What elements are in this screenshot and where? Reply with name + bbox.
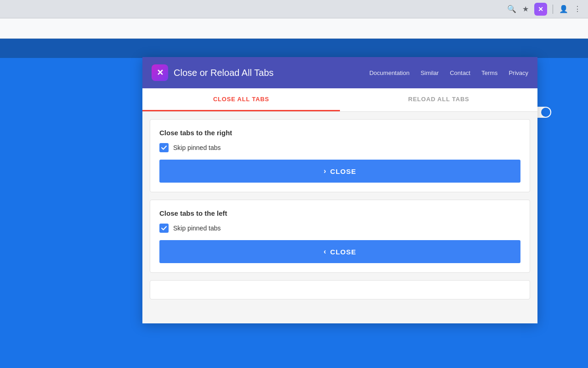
menu-icon[interactable]: ⋮ xyxy=(572,4,582,14)
checkmark-icon-left xyxy=(161,225,167,231)
section-partial xyxy=(150,280,530,299)
nav-contact[interactable]: Contact xyxy=(450,69,470,76)
section-close-right-title: Close tabs to the right xyxy=(159,129,520,137)
close-left-button[interactable]: ‹ CLOSE xyxy=(159,240,520,263)
checkbox-label-skip-pinned-right: Skip pinned tabs xyxy=(173,144,221,151)
browser-tab-bar xyxy=(0,39,588,58)
search-icon[interactable]: 🔍 xyxy=(507,4,517,14)
chevron-left-icon: ‹ xyxy=(323,247,326,256)
popup-header: ✕ Close or Reload All Tabs Documentation… xyxy=(142,57,537,88)
nav-similar[interactable]: Similar xyxy=(420,69,439,76)
divider xyxy=(553,5,553,14)
chevron-right-icon: › xyxy=(323,167,326,175)
checkbox-row-right: Skip pinned tabs xyxy=(159,143,520,152)
bookmark-icon[interactable]: ★ xyxy=(520,4,531,14)
browser-toolbar-icons: 🔍 ★ ✕ 👤 ⋮ xyxy=(507,3,582,16)
popup-header-left: ✕ Close or Reload All Tabs xyxy=(152,64,274,81)
tab-close-all-tabs[interactable]: CLOSE ALL TABS xyxy=(142,88,340,111)
popup-title: Close or Reload All Tabs xyxy=(174,68,274,78)
section-close-left-title: Close tabs to the left xyxy=(159,209,520,217)
popup-logo: ✕ xyxy=(152,64,168,81)
tab-reload-all-tabs[interactable]: RELOAD ALL TABS xyxy=(340,88,537,111)
browser-top-bar: 🔍 ★ ✕ 👤 ⋮ xyxy=(0,0,588,18)
checkbox-label-skip-pinned-left: Skip pinned tabs xyxy=(173,224,221,232)
checkmark-icon xyxy=(161,144,167,151)
address-bar xyxy=(0,18,588,39)
toggle-knob xyxy=(541,108,550,117)
close-right-button-label: CLOSE xyxy=(330,167,356,175)
close-left-button-label: CLOSE xyxy=(330,248,356,256)
checkbox-skip-pinned-left[interactable] xyxy=(159,224,169,233)
popup-nav: Documentation Similar Contact Terms Priv… xyxy=(369,69,528,76)
checkbox-skip-pinned-right[interactable] xyxy=(159,143,169,152)
nav-terms[interactable]: Terms xyxy=(481,69,498,76)
account-icon[interactable]: 👤 xyxy=(559,4,569,14)
browser-content: de ✕ Close or Reload All Tabs Documentat… xyxy=(0,39,588,368)
section-close-right: Close tabs to the right Skip pinned tabs… xyxy=(150,119,530,192)
close-right-button[interactable]: › CLOSE xyxy=(159,160,520,183)
nav-privacy[interactable]: Privacy xyxy=(509,69,528,76)
popup-content[interactable]: Close tabs to the right Skip pinned tabs… xyxy=(142,112,537,323)
extension-popup: ✕ Close or Reload All Tabs Documentation… xyxy=(142,57,537,323)
checkbox-row-left: Skip pinned tabs xyxy=(159,224,520,233)
nav-documentation[interactable]: Documentation xyxy=(369,69,409,76)
section-close-left: Close tabs to the left Skip pinned tabs … xyxy=(150,200,530,273)
popup-tab-bar: CLOSE ALL TABS RELOAD ALL TABS xyxy=(142,88,537,112)
extension-icon-purple[interactable]: ✕ xyxy=(534,3,547,16)
